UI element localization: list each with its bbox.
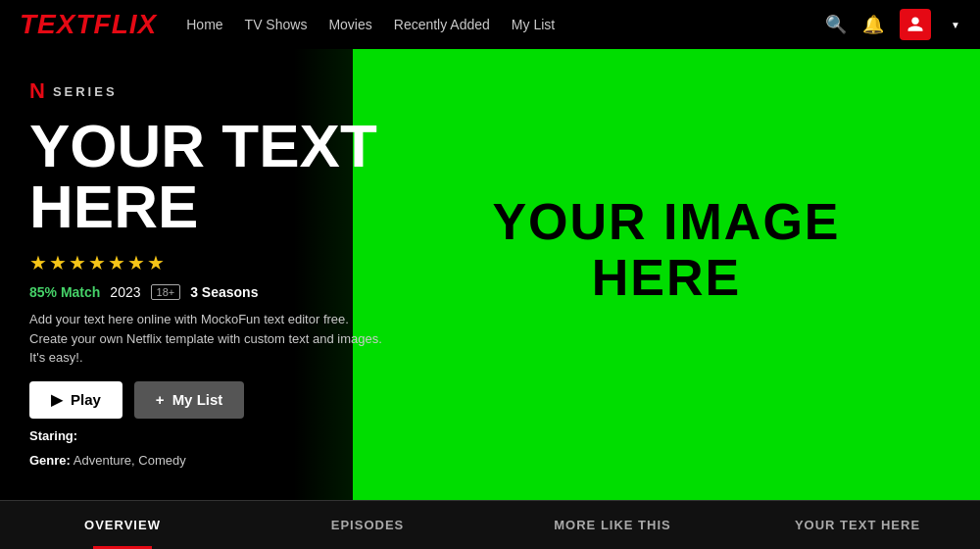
match-percentage: 85% Match	[29, 284, 100, 300]
plus-icon: +	[156, 391, 165, 408]
nav-links: HomeTV ShowsMoviesRecently AddedMy List	[186, 17, 825, 32]
tab-your-text-here[interactable]: YOUR TEXT HERE	[735, 501, 980, 549]
show-title: YOUR TEXT HERE	[29, 116, 382, 237]
netflix-n: N	[29, 78, 45, 104]
mylist-button[interactable]: + My List	[134, 381, 244, 419]
bottom-tabs: OVERVIEWEPISODESMORE LIKE THISYOUR TEXT …	[0, 500, 980, 549]
hero-image-placeholder: YOUR IMAGE HERE	[492, 194, 840, 306]
nav-link-movies[interactable]: Movies	[328, 17, 371, 32]
tab-overview[interactable]: OVERVIEW	[0, 501, 245, 549]
logo[interactable]: TEXTFLIX	[20, 9, 157, 40]
series-label: SERIES	[53, 84, 118, 99]
hero-image: YOUR IMAGE HERE	[353, 0, 980, 500]
staring-row: Staring:	[29, 428, 382, 443]
play-button[interactable]: ▶ Play	[29, 381, 122, 419]
description: Add your text here online with MockoFun …	[29, 310, 382, 368]
nav-link-recently-added[interactable]: Recently Added	[394, 17, 490, 32]
navbar: TEXTFLIX HomeTV ShowsMoviesRecently Adde…	[0, 0, 980, 49]
button-row: ▶ Play + My List	[29, 381, 382, 419]
hero-section: YOUR IMAGE HERE N SERIES YOUR TEXT HERE …	[0, 0, 980, 500]
meta-row: 85% Match 2023 18+ 3 Seasons	[29, 284, 382, 300]
year: 2023	[110, 284, 140, 300]
staring-label: Staring:	[29, 428, 77, 443]
star-rating: ★★★★★★★	[29, 251, 382, 274]
tab-episodes[interactable]: EPISODES	[245, 501, 490, 549]
profile-icon[interactable]	[900, 9, 931, 40]
play-icon: ▶	[51, 391, 63, 409]
series-badge: N SERIES	[29, 78, 382, 104]
genre-row: Genre: Adventure, Comedy	[29, 453, 382, 468]
play-label: Play	[71, 391, 101, 408]
bell-icon[interactable]: 🔔	[862, 14, 884, 35]
nav-link-home[interactable]: Home	[186, 17, 222, 32]
hero-content: N SERIES YOUR TEXT HERE ★★★★★★★ 85% Matc…	[0, 49, 412, 487]
mylist-label: My List	[172, 391, 223, 408]
seasons: 3 Seasons	[190, 284, 258, 300]
nav-link-my-list[interactable]: My List	[512, 17, 555, 32]
genre-value: Adventure, Comedy	[74, 453, 186, 468]
genre-label: Genre:	[29, 453, 71, 468]
profile-caret-icon[interactable]: ▼	[951, 20, 960, 30]
nav-link-tv-shows[interactable]: TV Shows	[245, 17, 308, 32]
nav-icons: 🔍 🔔 ▼	[825, 9, 960, 40]
rating-badge: 18+	[151, 284, 181, 300]
search-icon[interactable]: 🔍	[825, 14, 847, 35]
tab-more-like-this[interactable]: MORE LIKE THIS	[490, 501, 735, 549]
